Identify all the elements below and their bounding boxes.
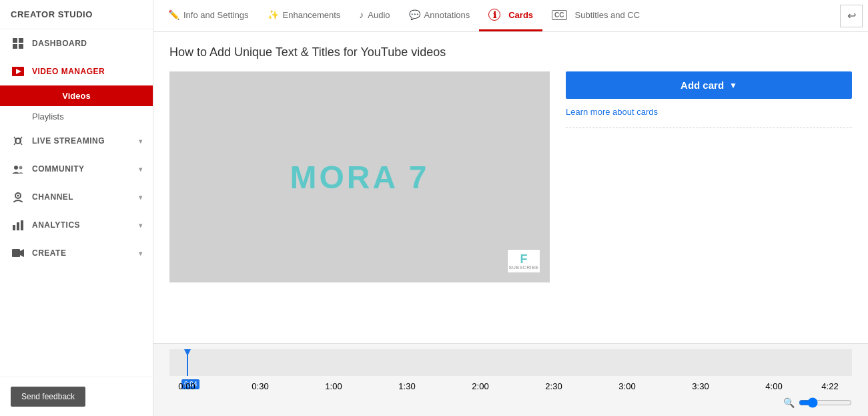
ruler-mark-330: 3:30 — [692, 381, 709, 391]
sidebar-item-videos[interactable]: Videos — [0, 85, 153, 106]
add-card-button[interactable]: Add card ▼ — [566, 71, 852, 99]
tab-info-settings[interactable]: ✏️ Info and Settings — [159, 0, 258, 31]
timeline-area: 0:04 0:00 0:30 1:00 1:30 2:00 2:30 3:00 … — [153, 343, 868, 416]
subscribe-label: SUBSCRIBE — [509, 265, 539, 270]
sidebar-item-create[interactable]: CREATE ▾ — [0, 239, 153, 267]
create-icon — [11, 246, 25, 260]
sidebar-item-video-manager[interactable]: VIDEO MANAGER — [0, 57, 153, 85]
sidebar-item-dashboard[interactable]: DASHBOARD — [0, 29, 153, 57]
timeline-zoom: 🔍 — [169, 397, 852, 408]
video-player[interactable]: MORA 7 F SUBSCRIBE — [169, 71, 550, 282]
feedback-section: Send feedback — [0, 377, 153, 416]
live-streaming-icon — [11, 134, 25, 148]
cc-icon: CC — [552, 10, 566, 20]
chevron-icon: ▾ — [139, 138, 143, 145]
timeline-ruler: 0:00 0:30 1:00 1:30 2:00 2:30 3:00 3:30 … — [169, 381, 852, 395]
subscribe-watermark: F SUBSCRIBE — [507, 249, 540, 273]
tab-enhancements[interactable]: ✨ Enhancements — [258, 0, 350, 31]
svg-rect-14 — [12, 249, 20, 257]
tab-cards[interactable]: ℹ Cards — [479, 0, 542, 31]
sidebar-item-live-streaming[interactable]: LIVE STREAMING ▾ — [0, 127, 153, 155]
cards-panel: Add card ▼ Learn more about cards — [566, 71, 852, 282]
video-title: How to Add Unique Text & Titles for YouT… — [169, 45, 852, 59]
ruler-mark-0: 0:00 — [178, 381, 195, 391]
svg-rect-1 — [19, 38, 23, 43]
audio-icon: ♪ — [359, 9, 364, 20]
svg-rect-2 — [13, 44, 17, 49]
sidebar-item-create-label: CREATE — [32, 248, 66, 258]
main-area: ✏️ Info and Settings ✨ Enhancements ♪ Au… — [153, 0, 868, 416]
svg-rect-11 — [13, 225, 15, 230]
tab-annotations[interactable]: 💬 Annotations — [400, 0, 480, 31]
timeline-playhead — [187, 349, 188, 376]
chevron-icon: ▾ — [139, 222, 143, 229]
channel-icon — [11, 190, 25, 204]
ruler-mark-30: 0:30 — [252, 381, 268, 391]
ruler-mark-230: 2:30 — [545, 381, 562, 391]
ruler-mark-300: 3:00 — [618, 381, 635, 391]
sidebar-item-analytics-label: ANALYTICS — [32, 220, 80, 230]
ruler-mark-400: 4:00 — [765, 381, 782, 391]
tab-subtitles-cc[interactable]: CC Subtitles and CC — [542, 0, 649, 31]
analytics-icon — [11, 218, 25, 232]
subscribe-f-letter: F — [520, 253, 528, 265]
svg-point-7 — [14, 166, 18, 170]
svg-marker-15 — [20, 249, 24, 257]
sidebar-item-playlists-label: Playlists — [32, 112, 64, 122]
editor-layout: MORA 7 F SUBSCRIBE Add card ▼ Learn more… — [169, 71, 852, 282]
ruler-mark-130: 1:30 — [398, 381, 415, 391]
svg-rect-3 — [19, 44, 23, 49]
cards-divider — [566, 128, 852, 128]
chevron-icon: ▾ — [139, 166, 143, 173]
cards-icon: ℹ — [488, 9, 500, 21]
sidebar-nav: DASHBOARD VIDEO MANAGER Videos Playlists — [0, 29, 153, 377]
content-area: How to Add Unique Text & Titles for YouT… — [153, 32, 868, 343]
ruler-mark-200: 2:00 — [472, 381, 488, 391]
sidebar-item-community[interactable]: COMMUNITY ▾ — [0, 155, 153, 183]
learn-more-link[interactable]: Learn more about cards — [566, 107, 852, 117]
svg-point-10 — [17, 195, 19, 197]
zoom-slider[interactable] — [799, 397, 852, 408]
ruler-mark-422: 4:22 — [821, 381, 838, 391]
video-manager-icon — [11, 64, 25, 79]
chevron-icon: ▾ — [139, 194, 143, 201]
sidebar-item-channel[interactable]: CHANNEL ▾ — [0, 183, 153, 211]
zoom-out-icon[interactable]: 🔍 — [783, 397, 795, 408]
sidebar: CREATOR STUDIO DASHBOARD VID — [0, 0, 153, 416]
svg-rect-12 — [17, 222, 19, 230]
send-feedback-button[interactable]: Send feedback — [11, 387, 85, 407]
sidebar-item-playlists[interactable]: Playlists — [0, 106, 153, 127]
sidebar-item-analytics[interactable]: ANALYTICS ▾ — [0, 211, 153, 239]
dashboard-icon — [11, 36, 25, 51]
app-logo: CREATOR STUDIO — [0, 0, 153, 29]
ruler-mark-100: 1:00 — [325, 381, 342, 391]
svg-rect-0 — [13, 38, 17, 43]
back-button[interactable]: ↩ — [840, 5, 863, 27]
svg-rect-13 — [21, 220, 23, 230]
annotations-icon: 💬 — [409, 9, 420, 20]
svg-point-8 — [19, 166, 23, 170]
sidebar-item-videos-label: Videos — [62, 91, 90, 101]
enhancements-icon: ✨ — [268, 9, 279, 20]
tab-bar: ✏️ Info and Settings ✨ Enhancements ♪ Au… — [153, 0, 868, 32]
edit-icon: ✏️ — [168, 9, 179, 20]
sidebar-item-live-streaming-label: LIVE STREAMING — [32, 136, 105, 146]
timeline-track[interactable]: 0:04 — [169, 349, 852, 376]
tab-audio[interactable]: ♪ Audio — [350, 0, 399, 31]
sidebar-item-community-label: COMMUNITY — [32, 164, 85, 174]
video-player-text: MORA 7 — [290, 159, 430, 196]
chevron-icon: ▾ — [139, 250, 143, 257]
sidebar-item-video-manager-label: VIDEO MANAGER — [32, 67, 105, 76]
community-icon — [11, 162, 25, 176]
dropdown-arrow-icon: ▼ — [729, 81, 737, 90]
sidebar-item-dashboard-label: DASHBOARD — [32, 39, 87, 48]
sidebar-item-channel-label: CHANNEL — [32, 192, 73, 202]
